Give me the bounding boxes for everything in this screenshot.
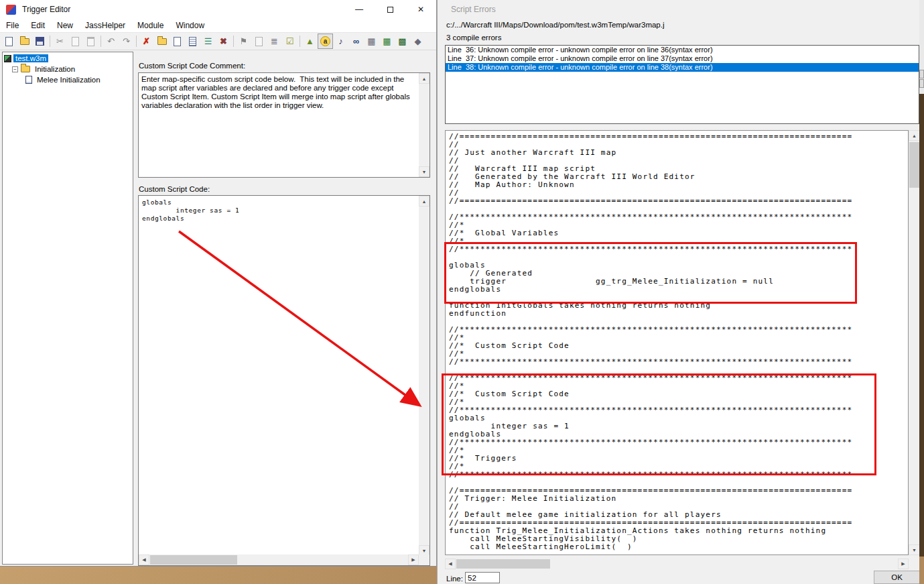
toolbar-sound-editor-button[interactable]: ♪ [333,34,348,49]
custom-script-code-box[interactable]: globals integer sas = 1 endglobals ▲ ▼ ◀… [138,195,430,566]
minimize-icon: — [355,5,363,14]
scrollbar-thumb[interactable] [150,555,237,565]
toolbar-new-event-button[interactable]: ☰ [200,34,216,49]
toolbar-redo-button[interactable]: ↷ [119,34,134,49]
category-folder-icon [21,66,30,72]
new-script-icon [5,37,13,46]
test-map-icon: ◆ [415,36,421,46]
error-list-item[interactable]: Line 37: Unknown compile error - unknown… [446,54,919,63]
menu-jasshelper[interactable]: JassHelper [79,19,131,32]
minimize-button[interactable]: — [344,0,375,19]
scroll-up-icon[interactable]: ▲ [909,130,920,141]
error-list-item-selected[interactable]: Line 38: Unknown compile error - unknown… [446,63,919,72]
line-number-input[interactable] [465,572,500,583]
toolbar-separator [98,34,103,49]
toolbar-new-trigger-comment-button[interactable] [185,34,200,49]
jasshelper-syntax-check-icon: ✗ [143,36,150,46]
desktop: { "colors": { "selection_blue": "#0078d7… [0,0,924,584]
trigger-editor-window: Trigger Editor — ✕ File Edit New JassHel… [0,0,437,567]
scrollbar-thumb[interactable] [909,142,919,188]
toolbar-trigger-text-button[interactable]: ≣ [267,34,282,49]
trigger-editor-titlebar[interactable]: Trigger Editor — ✕ [0,0,436,19]
trigger-tree-panel: test.w3m − Initialization Melee Initiali… [2,52,133,565]
scroll-up-icon[interactable]: ▲ [419,73,430,84]
toolbar-object-editor-button[interactable]: a [318,34,333,49]
scroll-up-icon[interactable]: ▲ [419,196,430,207]
scroll-down-icon[interactable]: ▼ [909,544,920,555]
script-code-view[interactable]: //======================================… [445,130,909,555]
toolbar-copy-button[interactable] [68,34,83,49]
scroll-right-icon[interactable]: ▶ [898,559,909,569]
maximize-button[interactable] [375,0,405,19]
toolbar-import-manager-button[interactable]: ▦ [379,34,395,49]
toolbar-new-category-button[interactable] [154,34,170,49]
undo-icon: ↶ [107,36,115,46]
import-manager-icon: ▦ [383,36,391,46]
toolbar-open-button[interactable] [17,34,32,49]
code-horizontal-scrollbar[interactable]: ◀ ▶ [139,554,419,565]
toolbar-undo-button[interactable]: ↶ [103,34,119,49]
tree-trigger-label: Melee Initialization [35,76,103,84]
toolbar-ai-editor-button[interactable]: ▩ [395,34,410,49]
toolbar-paste-button[interactable] [83,34,98,49]
custom-script-comment-box[interactable]: Enter map-specific custom script code be… [138,72,430,178]
error-list-item[interactable]: Line 36: Unknown compile error - unknown… [446,46,919,54]
toolbar-enable-trigger-button[interactable]: ⚑ [236,34,251,49]
trigger-text-icon: ≣ [271,36,278,46]
ok-button[interactable]: OK [874,571,920,584]
toolbar-separator [298,34,302,49]
toolbar-object-manager-button[interactable]: ∞ [348,34,364,49]
open-map-icon [20,38,29,45]
script-path: c:/.../Warcraft III/Maps/Download/pom/te… [446,21,665,29]
clipped-ui-fragment [919,79,924,88]
toolbar-new-script-button[interactable] [1,34,17,49]
menu-window[interactable]: Window [170,19,210,32]
menu-bar: File Edit New JassHelper Module Window [0,19,436,32]
window-title: Trigger Editor [22,5,70,14]
toolbar: ✂ ↶ ↷ ✗ ☰ ✖ ⚑ ≣ ☑ ▲ a ♪ ∞ ▦ ▦ ▩ ◆ [0,32,436,50]
menu-file[interactable]: File [0,19,25,32]
new-trigger-icon [174,37,181,46]
script-vertical-scrollbar[interactable]: ▲ ▼ [909,130,920,555]
delete-icon: ✖ [220,36,227,46]
toolbar-save-button[interactable] [32,34,48,49]
menu-edit[interactable]: Edit [25,19,51,32]
toolbar-delete-button[interactable]: ✖ [216,34,231,49]
compile-errors-summary: 3 compile errors [446,34,501,42]
scroll-down-icon[interactable]: ▼ [419,166,430,177]
toolbar-cut-button[interactable]: ✂ [52,34,68,49]
script-errors-window: Script Errors c:/.../Warcraft III/Maps/D… [437,0,919,584]
toolbar-copy-trigger-button[interactable] [251,34,267,49]
scroll-left-icon[interactable]: ◀ [139,554,149,565]
collapse-expander-icon[interactable]: − [12,66,18,72]
toolbar-variables-button[interactable]: ☑ [282,34,298,49]
toolbar-new-trigger-button[interactable] [170,34,185,49]
trigger-document-icon [25,76,32,84]
toolbar-test-map-button[interactable]: ◆ [410,34,425,49]
desktop-edge-strip [919,0,924,584]
scroll-left-icon[interactable]: ◀ [445,559,456,569]
trigger-editor-app-icon [6,5,16,15]
comment-vertical-scrollbar[interactable]: ▲ ▼ [419,73,430,177]
tree-item-melee-initialization[interactable]: Melee Initialization [25,74,133,85]
maximize-icon [387,7,393,13]
menu-module[interactable]: Module [131,19,170,32]
toolbar-campaign-editor-button[interactable]: ▦ [364,34,379,49]
script-horizontal-scrollbar[interactable]: ◀ ▶ [445,559,909,569]
tree-item-initialization[interactable]: − Initialization [12,64,133,74]
error-list: Line 36: Unknown compile error - unknown… [445,45,919,124]
toolbar-terrain-editor-button[interactable]: ▲ [302,34,318,49]
desktop-edge-dark [919,94,924,557]
window-controls: — ✕ [344,0,436,19]
toolbar-separator [134,34,139,49]
toolbar-separator [231,34,236,49]
menu-new[interactable]: New [51,19,79,32]
toolbar-jasshelper-check-button[interactable]: ✗ [139,34,154,49]
code-vertical-scrollbar[interactable]: ▲ ▼ [419,196,430,556]
close-button[interactable]: ✕ [405,0,436,19]
scroll-right-icon[interactable]: ▶ [408,554,419,565]
copy-trigger-icon [255,37,263,46]
terrain-editor-icon: ▲ [306,36,314,46]
scrollbar-thumb[interactable] [456,559,550,569]
tree-item-map-root[interactable]: test.w3m [3,53,133,64]
